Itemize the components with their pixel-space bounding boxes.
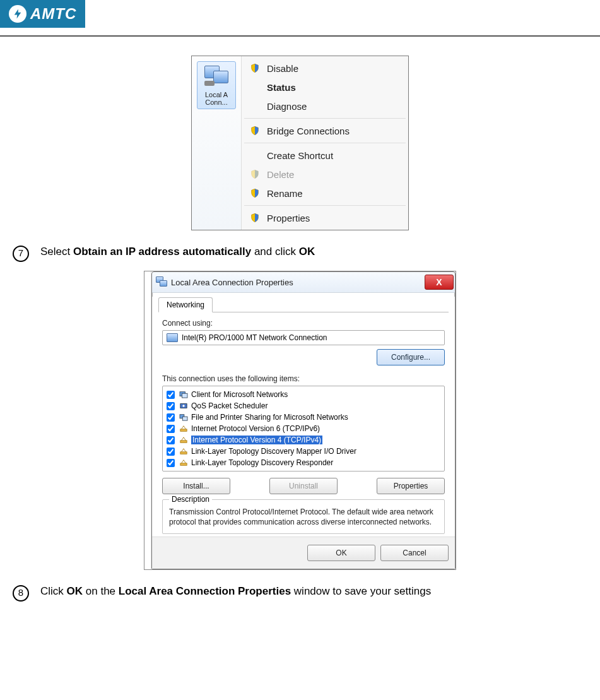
connection-item-label: Link-Layer Topology Discovery Mapper I/O… xyxy=(191,447,356,456)
connection-item[interactable]: Internet Protocol Version 6 (TCP/IPv6) xyxy=(164,423,443,434)
shield-icon xyxy=(248,187,262,199)
connection-item[interactable]: File and Printer Sharing for Microsoft N… xyxy=(164,412,443,423)
connection-item-checkbox[interactable] xyxy=(167,436,175,444)
figure-context-menu: Local A Conn... DisableStatusDiagnoseBri… xyxy=(6,56,594,230)
blank-icon xyxy=(248,150,262,161)
connection-item[interactable]: Client for Microsoft Networks xyxy=(164,389,443,400)
instruction-8-text: Click OK on the Local Area Connection Pr… xyxy=(40,585,431,598)
shield-icon xyxy=(248,212,262,223)
connection-item-label: Internet Protocol Version 4 (TCP/IPv4) xyxy=(191,436,322,444)
context-menu-item-label: Status xyxy=(267,82,296,93)
blank-icon xyxy=(248,81,262,93)
local-area-connection-label: Local A Conn... xyxy=(197,91,235,106)
nic-icon xyxy=(167,333,178,342)
svg-rect-5 xyxy=(182,417,187,420)
adapter-name: Intel(R) PRO/1000 MT Network Connection xyxy=(182,333,327,342)
qos-icon xyxy=(179,401,189,410)
configure-button[interactable]: Configure... xyxy=(377,349,445,365)
step-number-7: 7 xyxy=(13,246,29,262)
proto-icon xyxy=(179,424,189,433)
shield-icon xyxy=(248,62,262,74)
shield-icon xyxy=(248,125,262,136)
items-label: This connection uses the following items… xyxy=(162,374,445,383)
svg-rect-1 xyxy=(182,393,187,398)
close-button[interactable]: X xyxy=(425,275,454,290)
svg-rect-6 xyxy=(180,429,187,431)
connection-item-label: QoS Packet Scheduler xyxy=(191,401,268,410)
connection-items-list: Client for Microsoft NetworksQoS Packet … xyxy=(162,386,445,472)
svg-rect-9 xyxy=(180,463,187,465)
network-connection-icon xyxy=(202,64,231,90)
connection-item-label: Link-Layer Topology Discovery Responder xyxy=(191,458,333,467)
dialog-title-icon xyxy=(156,276,167,288)
step-number-8: 8 xyxy=(13,585,29,602)
context-menu-item-label: Diagnose xyxy=(267,101,307,112)
context-menu-item[interactable]: Status xyxy=(243,78,407,97)
context-menu-item: Delete xyxy=(243,165,407,184)
context-menu-item-label: Bridge Connections xyxy=(267,126,350,136)
dialog-title: Local Area Connection Properties xyxy=(171,278,293,287)
proto-icon xyxy=(179,458,189,467)
context-menu-item[interactable]: Create Shortcut xyxy=(243,146,407,165)
client-icon xyxy=(179,390,189,399)
svg-rect-7 xyxy=(180,441,187,442)
dialog-titlebar: Local Area Connection Properties X xyxy=(152,272,455,293)
context-menu-separator xyxy=(244,118,406,119)
properties-button[interactable]: Properties xyxy=(377,478,445,494)
connection-item[interactable]: Link-Layer Topology Discovery Mapper I/O… xyxy=(164,446,443,457)
brand-logo-icon xyxy=(9,5,26,23)
connection-item[interactable]: QoS Packet Scheduler xyxy=(164,400,443,412)
context-menu-item[interactable]: Rename xyxy=(243,184,407,203)
properties-dialog: Local Area Connection Properties X Netwo… xyxy=(151,271,456,569)
svg-point-3 xyxy=(182,405,184,406)
connection-item-checkbox[interactable] xyxy=(167,402,175,410)
svg-rect-8 xyxy=(180,452,187,454)
context-menu-item-label: Disable xyxy=(267,63,298,74)
connection-item[interactable]: Link-Layer Topology Discovery Responder xyxy=(164,457,443,468)
connection-item-checkbox[interactable] xyxy=(167,425,175,433)
context-menu-item-label: Create Shortcut xyxy=(267,150,333,161)
description-label: Description xyxy=(169,495,212,504)
share-icon xyxy=(179,413,189,422)
dialog-footer: OK Cancel xyxy=(152,537,455,569)
connection-item-checkbox[interactable] xyxy=(167,413,175,422)
context-menu-separator xyxy=(244,205,406,206)
figure-properties-dialog: Local Area Connection Properties X Netwo… xyxy=(6,271,594,570)
context-menu-item-label: Properties xyxy=(267,213,310,223)
ok-button[interactable]: OK xyxy=(307,545,375,561)
description-text: Transmission Control Protocol/Internet P… xyxy=(169,507,438,527)
connection-item-checkbox[interactable] xyxy=(167,448,175,456)
proto-icon xyxy=(179,436,189,444)
blank-icon xyxy=(248,100,262,112)
context-menu-item[interactable]: Properties xyxy=(243,208,407,227)
context-menu-item[interactable]: Diagnose xyxy=(243,97,407,116)
context-menu-item-label: Delete xyxy=(267,169,294,180)
cancel-button[interactable]: Cancel xyxy=(380,545,449,561)
context-menu-separator xyxy=(244,143,406,143)
connection-item-checkbox[interactable] xyxy=(167,391,175,399)
instruction-step-8: 8 Click OK on the Local Area Connection … xyxy=(13,585,594,602)
context-menu-item[interactable]: Disable xyxy=(243,59,407,78)
context-menu-item[interactable]: Bridge Connections xyxy=(243,121,407,140)
connection-item-label: File and Printer Sharing for Microsoft N… xyxy=(191,413,348,422)
context-menu: DisableStatusDiagnoseBridge ConnectionsC… xyxy=(242,56,408,230)
connection-item-label: Client for Microsoft Networks xyxy=(191,390,288,399)
description-group: Description Transmission Control Protoco… xyxy=(162,499,445,534)
connect-using-label: Connect using: xyxy=(162,319,445,328)
context-menu-item-label: Rename xyxy=(267,188,303,199)
adapter-field[interactable]: Intel(R) PRO/1000 MT Network Connection xyxy=(162,330,445,345)
install-button[interactable]: Install... xyxy=(162,478,230,494)
instruction-7-text: Select Obtain an IP address automaticall… xyxy=(40,246,315,258)
page-header: AMTC xyxy=(0,0,600,37)
uninstall-button[interactable]: Uninstall xyxy=(269,478,338,494)
close-icon: X xyxy=(436,277,442,287)
connection-item-label: Internet Protocol Version 6 (TCP/IPv6) xyxy=(191,424,320,433)
instruction-step-7: 7 Select Obtain an IP address automatica… xyxy=(13,246,594,262)
brand-logo: AMTC xyxy=(0,0,85,28)
tab-networking[interactable]: Networking xyxy=(158,297,213,312)
connection-item-checkbox[interactable] xyxy=(167,459,175,467)
shield-icon xyxy=(248,169,262,180)
brand-logo-text: AMTC xyxy=(30,5,76,23)
local-area-connection-icon[interactable]: Local A Conn... xyxy=(197,61,236,109)
connection-item[interactable]: Internet Protocol Version 4 (TCP/IPv4) xyxy=(164,434,443,446)
